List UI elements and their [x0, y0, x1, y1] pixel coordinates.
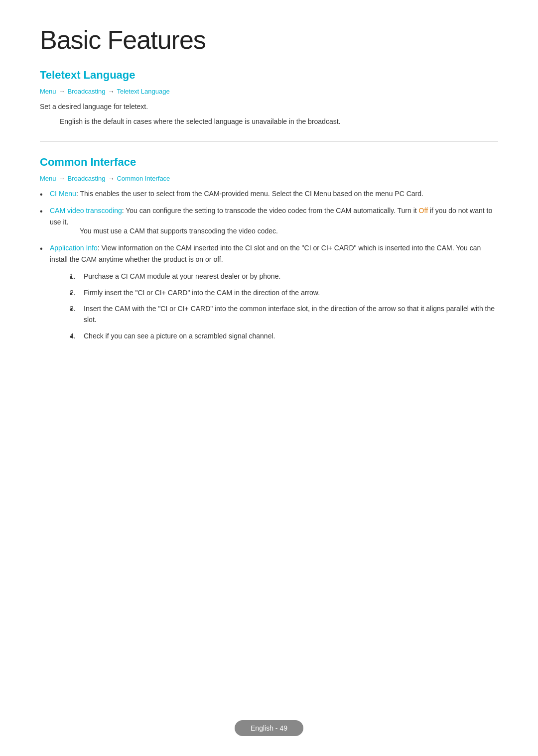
ordered-steps-list: 1. Purchase a CI CAM module at your near… — [70, 271, 498, 341]
breadcrumb-arrow-2: → — [108, 88, 114, 95]
step-text: Firmly insert the "CI or CI+ CARD" into … — [84, 289, 320, 297]
common-interface-heading: Common Interface — [40, 156, 498, 169]
step-number: 2. — [70, 287, 76, 298]
section-divider — [40, 141, 498, 142]
teletext-language-heading: Teletext Language — [40, 69, 498, 82]
cam-transcoding-note: You must use a CAM that supports transco… — [80, 225, 498, 236]
footer: English - 49 — [0, 720, 538, 736]
list-item: 2. Firmly insert the "CI or CI+ CARD" in… — [70, 287, 498, 298]
step-number: 3. — [70, 303, 76, 314]
step-text: Check if you can see a picture on a scra… — [84, 332, 275, 340]
breadcrumb-menu[interactable]: Menu — [40, 88, 56, 95]
ci-breadcrumb-arrow-2: → — [108, 175, 114, 182]
list-item: Application Info: View information on th… — [40, 242, 498, 341]
step-text: Insert the CAM with the "CI or CI+ CARD"… — [84, 305, 495, 324]
breadcrumb-broadcasting[interactable]: Broadcasting — [68, 88, 106, 95]
page-title: Basic Features — [40, 25, 498, 55]
teletext-note: English is the default in cases where th… — [60, 116, 498, 127]
breadcrumb-arrow-1: → — [59, 88, 65, 95]
cam-transcoding-link[interactable]: CAM video transcoding — [50, 207, 122, 215]
cam-transcoding-text: : You can configure the setting to trans… — [122, 207, 419, 215]
ci-menu-link[interactable]: CI Menu — [50, 190, 76, 198]
ci-breadcrumb-menu[interactable]: Menu — [40, 175, 56, 182]
ci-breadcrumb-broadcasting[interactable]: Broadcasting — [68, 175, 106, 182]
step-number: 1. — [70, 271, 76, 282]
teletext-breadcrumb: Menu → Broadcasting → Teletext Language — [40, 88, 498, 95]
application-info-link[interactable]: Application Info — [50, 244, 98, 252]
off-link[interactable]: Off — [419, 207, 428, 215]
common-interface-section: Common Interface Menu → Broadcasting → C… — [40, 156, 498, 341]
step-number: 4. — [70, 330, 76, 341]
application-info-text: : View information on the CAM inserted i… — [50, 244, 481, 263]
ci-breadcrumb-item[interactable]: Common Interface — [117, 175, 170, 182]
ci-menu-text: : This enables the user to select from t… — [76, 190, 423, 198]
step-text: Purchase a CI CAM module at your nearest… — [84, 272, 280, 280]
teletext-description: Set a desired language for teletext. — [40, 101, 498, 112]
teletext-language-section: Teletext Language Menu → Broadcasting → … — [40, 69, 498, 127]
list-item: CAM video transcoding: You can configure… — [40, 205, 498, 236]
breadcrumb-teletext-language[interactable]: Teletext Language — [117, 88, 169, 95]
common-interface-bullets: CI Menu: This enables the user to select… — [40, 188, 498, 341]
list-item: 1. Purchase a CI CAM module at your near… — [70, 271, 498, 282]
list-item: 3. Insert the CAM with the "CI or CI+ CA… — [70, 303, 498, 325]
footer-badge: English - 49 — [235, 720, 303, 736]
ci-breadcrumb-arrow-1: → — [59, 175, 65, 182]
common-interface-breadcrumb: Menu → Broadcasting → Common Interface — [40, 175, 498, 182]
list-item: CI Menu: This enables the user to select… — [40, 188, 498, 199]
list-item: 4. Check if you can see a picture on a s… — [70, 330, 498, 341]
